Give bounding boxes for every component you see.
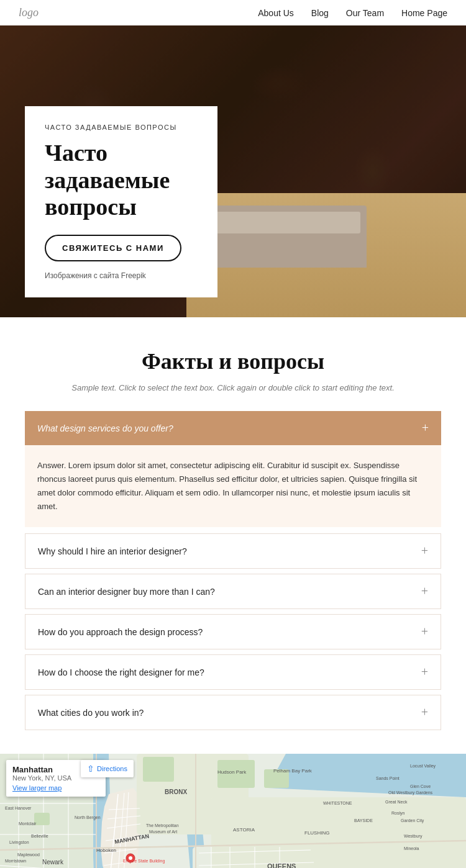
faq-plus-icon: + (421, 544, 428, 558)
svg-text:Mineola: Mineola (404, 846, 419, 851)
svg-text:Old Westbury Gardens: Old Westbury Gardens (388, 790, 433, 795)
svg-text:East Hanover: East Hanover (5, 806, 32, 810)
svg-text:Livingston: Livingston (9, 840, 29, 845)
directions-button[interactable]: ⇧ Directions (81, 760, 134, 777)
faq-item[interactable]: How do I choose the right designer for m… (25, 654, 441, 690)
svg-text:Newark: Newark (42, 859, 64, 866)
section-title: Факты и вопросы (25, 348, 441, 374)
svg-text:Glen Cove: Glen Cove (410, 784, 431, 789)
faq-item[interactable]: Why should I hire an interior designer? … (25, 533, 441, 569)
svg-rect-43 (34, 813, 50, 825)
hero-content-box: ЧАСТО ЗАДАВАЕМЫЕ ВОПРОСЫ Часто задаваемы… (25, 106, 217, 297)
hero-section: ЧАСТО ЗАДАВАЕМЫЕ ВОПРОСЫ Часто задаваемы… (0, 25, 466, 317)
faq-item-label: Why should I hire an interior designer? (38, 546, 187, 556)
svg-text:North Bergen: North Bergen (75, 815, 101, 820)
hero-image-source: Изображения с сайта Freepik (45, 271, 198, 280)
nav-home[interactable]: Home Page (401, 8, 447, 18)
map-container[interactable]: New York MANHATTAN BRONX BROOKLYN QUEENS… (0, 754, 466, 868)
svg-text:Hoboken: Hoboken (96, 848, 116, 853)
svg-text:Pelham Bay Park: Pelham Bay Park (273, 768, 313, 774)
faq-open-answer: Answer. Lorem ipsum dolor sit amet, cons… (25, 445, 441, 527)
faq-open-label: What design services do you offer? (37, 423, 173, 433)
svg-text:The Metropolitan: The Metropolitan (146, 823, 179, 828)
svg-text:Roslyn: Roslyn (391, 811, 405, 816)
section-subtitle: Sample text. Click to select the text bo… (25, 383, 441, 392)
navbar: logo About Us Blog Our Team Home Page (0, 0, 466, 25)
faq-item[interactable]: How do you approach the design process? … (25, 614, 441, 649)
svg-text:BRONX: BRONX (165, 789, 187, 795)
svg-text:FLUSHING: FLUSHING (304, 830, 329, 836)
contact-button[interactable]: СВЯЖИТЕСЬ С НАМИ (45, 235, 181, 261)
faq-item[interactable]: Can an interior designer buy more than I… (25, 574, 441, 609)
hero-label: ЧАСТО ЗАДАВАЕМЫЕ ВОПРОСЫ (45, 124, 198, 131)
faq-open-icon: + (422, 421, 429, 435)
faq-section: Факты и вопросы Sample text. Click to se… (0, 317, 466, 754)
directions-label: Directions (97, 765, 127, 772)
nav-links: About Us Blog Our Team Home Page (258, 7, 447, 19)
svg-text:Garden City: Garden City (401, 818, 424, 823)
directions-icon: ⇧ (87, 764, 94, 774)
svg-text:Locust Valley: Locust Valley (410, 764, 436, 769)
nav-blog[interactable]: Blog (311, 8, 329, 18)
svg-text:Hudson Park: Hudson Park (217, 769, 247, 775)
svg-text:Great Neck: Great Neck (385, 800, 408, 804)
faq-item-label: Can an interior designer buy more than I… (38, 587, 215, 597)
faq-container: What design services do you offer? + Ans… (25, 411, 441, 730)
faq-item-open[interactable]: What design services do you offer? + (25, 411, 441, 445)
svg-text:QUEENS: QUEENS (267, 862, 296, 868)
faq-plus-icon: + (421, 584, 428, 599)
faq-plus-icon: + (421, 665, 428, 679)
freepik-link[interactable]: Freepik (121, 271, 146, 280)
svg-text:WHITESTONE: WHITESTONE (323, 801, 352, 805)
svg-text:ASTORIA: ASTORIA (233, 827, 255, 833)
nav-team[interactable]: Our Team (346, 8, 384, 18)
svg-text:Westbury: Westbury (404, 834, 423, 839)
hero-source-text: Изображения с сайта (45, 271, 121, 280)
svg-text:Maplewood: Maplewood (17, 852, 40, 857)
svg-text:Morristown: Morristown (5, 859, 26, 863)
logo[interactable]: logo (19, 6, 39, 19)
svg-text:Belleville: Belleville (31, 834, 48, 838)
hero-title: Часто задаваемые вопросы (45, 140, 198, 221)
view-larger-map-link[interactable]: View larger map (12, 784, 99, 792)
svg-rect-42 (143, 757, 174, 782)
faq-plus-icon: + (421, 625, 428, 639)
svg-text:Montclair: Montclair (19, 821, 37, 826)
faq-item-label: How do you approach the design process? (38, 627, 203, 637)
svg-text:BAYSIDE: BAYSIDE (354, 818, 373, 823)
faq-plus-icon: + (421, 705, 428, 720)
svg-point-94 (129, 856, 132, 860)
faq-item-label: How do I choose the right designer for m… (38, 667, 204, 677)
nav-about[interactable]: About Us (258, 8, 294, 18)
faq-item[interactable]: What cities do you work in? + (25, 695, 441, 730)
faq-item-label: What cities do you work in? (38, 708, 144, 718)
svg-text:Museum of Art: Museum of Art (149, 830, 177, 834)
hero-sofa-decor (193, 206, 367, 268)
svg-text:Sands Point: Sands Point (376, 776, 400, 780)
